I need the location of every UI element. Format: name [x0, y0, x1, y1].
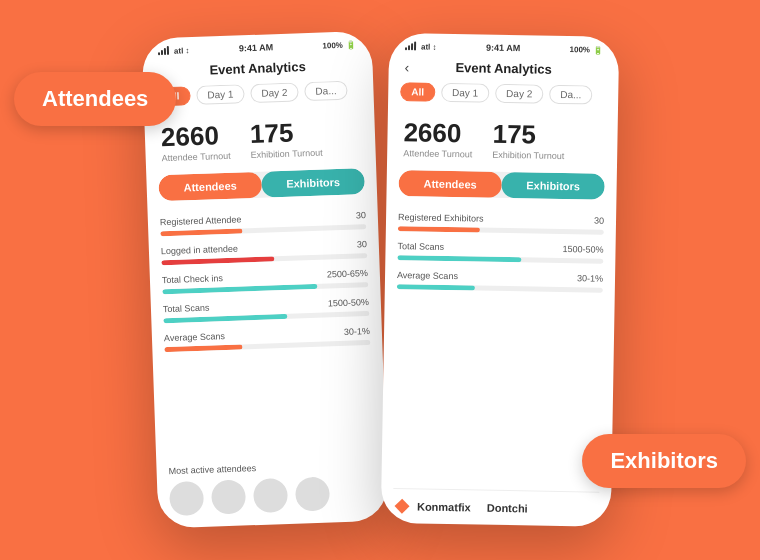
- stats-row-right: 2660 Attendee Turnout 175 Exhibition Tur…: [387, 111, 618, 174]
- avatar-row: [169, 475, 376, 516]
- status-left-right: atl ↕: [405, 42, 437, 52]
- signal-icon-right: [405, 42, 416, 50]
- day-tabs-right: All Day 1 Day 2 Da...: [388, 82, 618, 115]
- stat-number-attendee-right: 2660: [403, 119, 473, 146]
- stat-label-exhibition-left: Exhibition Turnout: [251, 148, 323, 161]
- status-left: atl ↕: [158, 46, 190, 56]
- brand-row-right: Konmatfix Dontchi: [381, 489, 612, 527]
- metric-val-registered: 30: [356, 210, 366, 220]
- brand-name-dontchi: Dontchi: [487, 502, 528, 515]
- back-arrow-icon[interactable]: ‹: [405, 59, 410, 75]
- stat-exhibition-right: 175 Exhibition Turnout: [492, 121, 565, 161]
- avatar-3: [253, 478, 288, 513]
- metric-name-registered: Registered Attendee: [160, 214, 242, 227]
- stat-attendee-left: 2660 Attendee Turnout: [161, 122, 231, 163]
- metric-bar-avgscans-right: [397, 284, 603, 293]
- tab-day3-left[interactable]: Da...: [304, 81, 348, 101]
- tab-day1-right[interactable]: Day 1: [441, 83, 489, 103]
- tab-day2-right[interactable]: Day 2: [495, 84, 543, 104]
- metric-name-scans-right: Total Scans: [397, 241, 444, 252]
- metrics-list-right: Registered Exhibitors 30 Total Scans 150…: [381, 208, 616, 492]
- battery-icon-right: 🔋: [593, 45, 603, 54]
- toggle-exhibitors-right[interactable]: Exhibitors: [501, 172, 604, 200]
- metric-checkins-left: Total Check ins 2500-65%: [162, 268, 369, 294]
- metric-name-checkins: Total Check ins: [162, 273, 223, 285]
- metric-name-avgscans-right: Average Scans: [397, 270, 458, 281]
- avatar-1: [169, 481, 204, 516]
- battery-pct-right: 100%: [569, 45, 590, 54]
- time-left: 9:41 AM: [239, 42, 274, 53]
- avatar-2: [211, 479, 246, 514]
- tab-day1-left[interactable]: Day 1: [196, 84, 245, 105]
- battery-pct-left: 100%: [322, 40, 343, 50]
- metric-name-scans: Total Scans: [163, 303, 210, 315]
- diamond-icon-konmatfix: [393, 497, 411, 515]
- metric-reg-exhibitors: Registered Exhibitors 30: [398, 212, 604, 235]
- tab-day3-right[interactable]: Da...: [549, 85, 592, 105]
- toggle-tabs-right: Attendees Exhibitors: [398, 170, 604, 200]
- metric-val-checkins: 2500-65%: [327, 268, 368, 279]
- stat-label-exhibition-right: Exhibition Turnout: [492, 150, 564, 161]
- stat-label-attendee-left: Attendee Turnout: [162, 151, 231, 163]
- brand-dontchi: Dontchi: [487, 502, 528, 515]
- battery-icon-left: 🔋: [346, 40, 356, 49]
- avatar-section-left: Most active attendees: [156, 453, 388, 529]
- metric-val-loggedin: 30: [357, 239, 367, 249]
- toggle-attendees-right[interactable]: Attendees: [398, 170, 501, 198]
- metric-bar-reg-exh: [398, 226, 604, 235]
- battery-area-left: 100% 🔋: [322, 40, 356, 50]
- metric-val-scans-right: 1500-50%: [562, 244, 603, 255]
- time-right: 9:41 AM: [486, 43, 520, 54]
- metric-name-avgscans: Average Scans: [164, 331, 225, 343]
- metric-loggedin-left: Logged in attendee 30: [161, 239, 368, 265]
- metric-val-avgscans: 30-1%: [344, 326, 370, 337]
- metric-name-reg-exh: Registered Exhibitors: [398, 212, 484, 223]
- metric-registered-left: Registered Attendee 30: [160, 210, 367, 236]
- metrics-list-left: Registered Attendee 30 Logged in attende…: [148, 206, 386, 461]
- stat-number-exhibition-right: 175: [492, 121, 564, 148]
- toggle-exhibitors-left[interactable]: Exhibitors: [261, 168, 365, 198]
- exhibitors-label: Exhibitors: [582, 434, 746, 488]
- stat-label-attendee-right: Attendee Turnout: [403, 148, 472, 159]
- metric-val-scans: 1500-50%: [328, 297, 369, 308]
- signal-icon: [158, 47, 169, 55]
- metric-avg-scans-right: Average Scans 30-1%: [397, 270, 603, 293]
- header-title-right: Event Analytics: [455, 60, 552, 77]
- brand-konmatfix: Konmatfix: [393, 497, 471, 516]
- avatar-4: [295, 477, 330, 512]
- stat-attendee-right: 2660 Attendee Turnout: [403, 119, 473, 159]
- tab-all-right[interactable]: All: [400, 82, 435, 102]
- header-title-left: Event Analytics: [209, 59, 306, 77]
- metric-scans-left: Total Scans 1500-50%: [163, 297, 370, 323]
- metric-avgscans-left: Average Scans 30-1%: [164, 326, 371, 352]
- tab-day2-left[interactable]: Day 2: [250, 82, 299, 103]
- metric-bar-scans-right: [397, 255, 603, 264]
- attendees-label: Attendees: [14, 72, 176, 126]
- metric-val-reg-exh: 30: [594, 216, 604, 226]
- avatar-label: Most active attendees: [168, 459, 374, 476]
- carrier-text: atl ↕: [174, 46, 190, 56]
- stat-exhibition-left: 175 Exhibition Turnout: [250, 119, 323, 160]
- battery-area-right: 100% 🔋: [569, 45, 603, 55]
- metric-val-avgscans-right: 30-1%: [577, 273, 603, 283]
- metric-total-scans-right: Total Scans 1500-50%: [397, 241, 603, 264]
- brand-name-konmatfix: Konmatfix: [417, 501, 471, 514]
- metric-name-loggedin: Logged in attendee: [161, 244, 238, 257]
- carrier-text-right: atl ↕: [421, 42, 437, 51]
- toggle-attendees-left[interactable]: Attendees: [158, 172, 262, 202]
- stats-row-left: 2660 Attendee Turnout 175 Exhibition Tur…: [144, 109, 376, 176]
- phone-header-right: ‹ Event Analytics: [388, 55, 618, 86]
- phone-left: atl ↕ 9:41 AM 100% 🔋 Event Analytics All…: [142, 31, 389, 529]
- stat-number-exhibition-left: 175: [250, 119, 323, 147]
- stat-number-attendee-left: 2660: [161, 122, 231, 150]
